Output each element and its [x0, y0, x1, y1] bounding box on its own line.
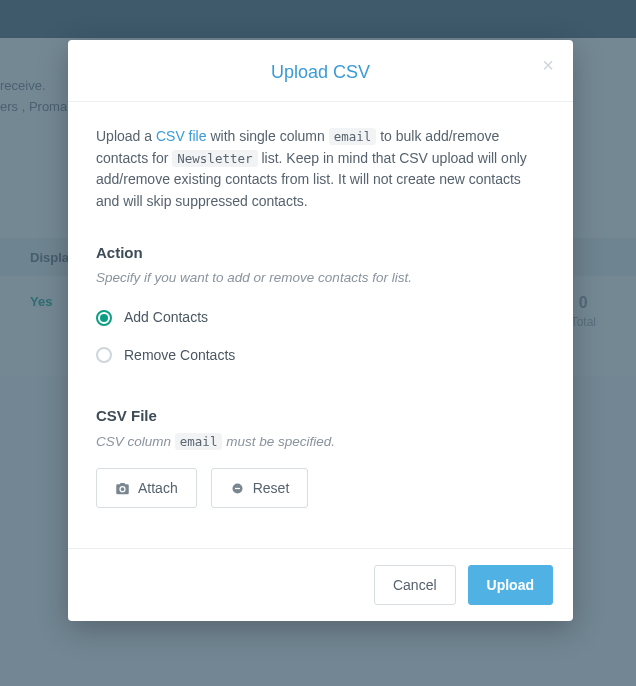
attach-button[interactable]: Attach: [96, 468, 197, 508]
radio-label: Add Contacts: [124, 307, 208, 329]
desc-text: with single column: [207, 128, 329, 144]
csv-file-link[interactable]: CSV file: [156, 128, 207, 144]
cancel-button[interactable]: Cancel: [374, 565, 456, 605]
cancel-label: Cancel: [393, 577, 437, 593]
reset-button[interactable]: Reset: [211, 468, 309, 508]
close-button[interactable]: ×: [537, 54, 559, 76]
radio-remove-contacts[interactable]: Remove Contacts: [96, 345, 545, 367]
action-section-title: Action: [96, 241, 545, 264]
desc-text: Upload a: [96, 128, 156, 144]
modal-description: Upload a CSV file with single column ema…: [96, 126, 545, 213]
radio-add-contacts[interactable]: Add Contacts: [96, 307, 545, 329]
minus-circle-icon: [230, 481, 245, 496]
reset-label: Reset: [253, 480, 290, 496]
action-radio-group: Add Contacts Remove Contacts: [96, 307, 545, 366]
camera-icon: [115, 481, 130, 496]
file-button-row: Attach Reset: [96, 468, 545, 508]
action-section-sub: Specify if you want to add or remove con…: [96, 268, 545, 289]
csv-section-title: CSV File: [96, 404, 545, 427]
modal-body: Upload a CSV file with single column ema…: [68, 102, 573, 548]
csv-sub-text: CSV column: [96, 434, 175, 449]
attach-label: Attach: [138, 480, 178, 496]
modal-title: Upload CSV: [88, 62, 553, 83]
code-newsletter: Newsletter: [172, 150, 257, 167]
close-icon: ×: [542, 54, 554, 76]
upload-button[interactable]: Upload: [468, 565, 553, 605]
modal-header: Upload CSV ×: [68, 40, 573, 102]
upload-csv-modal: Upload CSV × Upload a CSV file with sing…: [68, 40, 573, 621]
radio-dot-icon: [100, 314, 108, 322]
code-email: email: [329, 128, 377, 145]
radio-icon: [96, 310, 112, 326]
modal-footer: Cancel Upload: [68, 548, 573, 621]
svg-rect-1: [235, 488, 240, 489]
upload-label: Upload: [487, 577, 534, 593]
radio-icon: [96, 347, 112, 363]
csv-section-sub: CSV column email must be specified.: [96, 432, 545, 453]
code-email: email: [175, 433, 223, 450]
radio-label: Remove Contacts: [124, 345, 235, 367]
csv-sub-text: must be specified.: [222, 434, 335, 449]
